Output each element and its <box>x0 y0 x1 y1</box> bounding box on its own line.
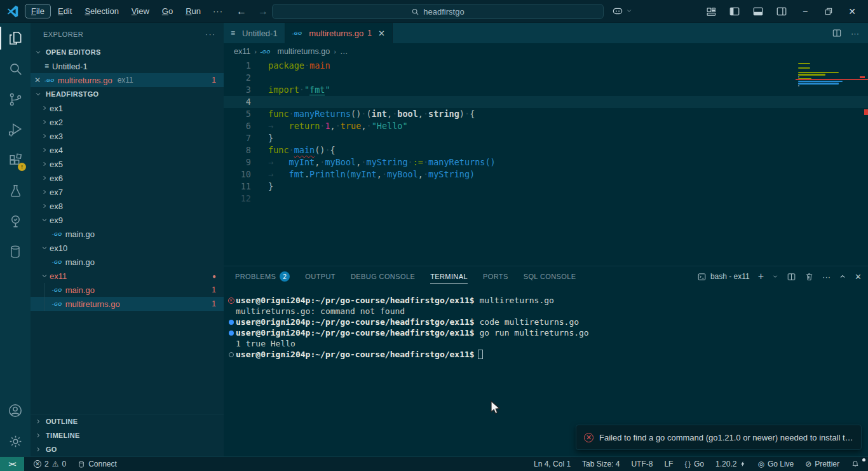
customize-layout-icon[interactable] <box>703 3 719 20</box>
error-icon: ✕ <box>34 460 41 468</box>
activity-extensions[interactable]: ! <box>0 145 31 175</box>
indentation-status[interactable]: Tab Size: 4 <box>578 460 624 468</box>
code-editor[interactable]: 1package·main23import·"fmt"45func·manyRe… <box>224 60 868 266</box>
accounts-button[interactable] <box>0 395 31 426</box>
open-editor-multireturns.go[interactable]: ✕-GOmultireturns.goex111 <box>31 73 224 87</box>
split-terminal-icon[interactable] <box>787 272 796 282</box>
tree-item-ex9[interactable]: ex9 <box>31 213 224 227</box>
folder-section-header[interactable]: HEADFIRSTGO <box>31 87 224 101</box>
tree-item-label: main.go <box>65 229 95 239</box>
panel-tab-problems[interactable]: PROBLEMS2 <box>235 266 290 287</box>
activity-tree-view[interactable] <box>0 206 31 236</box>
minimap[interactable] <box>798 63 859 90</box>
toggle-secondary-sidebar-icon[interactable] <box>773 3 790 20</box>
tab-close-icon[interactable]: ✕ <box>378 29 385 38</box>
tree-item-ex6[interactable]: ex6 <box>31 171 224 185</box>
tree-item-ex1[interactable]: ex1 <box>31 101 224 115</box>
nav-back-icon[interactable]: ← <box>236 6 247 17</box>
tree-item-ex3[interactable]: ex3 <box>31 129 224 143</box>
tree-item-ex7[interactable]: ex7 <box>31 185 224 199</box>
editor-more-actions[interactable]: ··· <box>851 29 859 38</box>
error-notification-toast[interactable]: ✕ Failed to find a go command (go1.21.0 … <box>576 425 862 450</box>
kill-terminal-icon[interactable] <box>804 272 814 282</box>
section-timeline[interactable]: TIMELINE <box>31 428 224 442</box>
code-text: import·"fmt" <box>268 84 868 96</box>
terminal-line-2: multireturns.go: command not found <box>226 306 868 317</box>
close-window-button[interactable]: ✕ <box>844 3 860 20</box>
cursor-position[interactable]: Ln 4, Col 1 <box>529 460 575 468</box>
menu-more[interactable]: ··· <box>208 4 228 18</box>
menu-selection[interactable]: Selection <box>79 4 124 18</box>
problems-status[interactable]: ✕ 2 ⚠ 0 <box>29 460 71 468</box>
tree-item-ex8[interactable]: ex8 <box>31 199 224 213</box>
copilot-menu[interactable] <box>611 4 632 17</box>
activity-run-debug[interactable] <box>0 114 31 145</box>
tree-item-main.go[interactable]: -GOmain.go <box>31 255 224 269</box>
menu-view[interactable]: View <box>126 4 155 18</box>
command-center-search[interactable]: headfirstgo <box>272 4 604 19</box>
restore-button[interactable] <box>820 3 837 20</box>
tree-item-ex4[interactable]: ex4 <box>31 143 224 157</box>
tree-item-ex2[interactable]: ex2 <box>31 115 224 129</box>
vscode-window: FileEditSelectionViewGoRun··· ← → headfi… <box>0 0 868 471</box>
command-pending-icon <box>229 352 234 357</box>
panel-more-actions[interactable]: ··· <box>822 272 831 282</box>
decoration-badge: 1 <box>212 299 216 308</box>
terminal-instance-label[interactable]: bash - ex11 <box>697 272 750 282</box>
code-line-8: 8func·main()·{ <box>224 144 868 156</box>
panel-tab-debug-console[interactable]: DEBUG CONSOLE <box>351 266 415 287</box>
panel-tab-output[interactable]: OUTPUT <box>305 266 336 287</box>
panel-tab-sql-console[interactable]: SQL CONSOLE <box>524 266 576 287</box>
activity-search[interactable] <box>0 53 31 84</box>
activity-source-control[interactable] <box>0 84 31 114</box>
explorer-more-actions[interactable]: ··· <box>205 31 216 38</box>
close-editor-icon[interactable]: ✕ <box>31 76 44 85</box>
panel-tab-ports[interactable]: PORTS <box>483 266 508 287</box>
new-terminal-button[interactable]: + <box>758 271 764 282</box>
panel-tab-terminal[interactable]: TERMINAL <box>430 266 468 287</box>
nav-forward-icon[interactable]: → <box>258 6 268 17</box>
remote-indicator[interactable]: >< <box>0 457 24 471</box>
tree-item-ex5[interactable]: ex5 <box>31 157 224 171</box>
eol-status[interactable]: LF <box>660 460 677 468</box>
activity-database[interactable] <box>0 236 31 267</box>
menu-edit[interactable]: Edit <box>52 4 78 18</box>
encoding-status[interactable]: UTF-8 <box>627 460 657 468</box>
chevron-right-icon <box>39 201 50 211</box>
chevron-down-icon[interactable] <box>772 273 778 280</box>
toggle-sidebar-icon[interactable] <box>726 3 743 20</box>
tree-item-main.go[interactable]: -GOmain.go <box>31 227 224 241</box>
tab-multireturns[interactable]: -GO multireturns.go 1 ✕ <box>285 23 393 43</box>
open-editor-untitled-1[interactable]: ≡Untitled-1 <box>31 59 224 73</box>
tab-untitled-1[interactable]: ≡ Untitled-1 <box>224 23 285 43</box>
activity-explorer[interactable] <box>0 23 31 53</box>
toggle-panel-icon[interactable] <box>750 3 766 20</box>
go-live-button[interactable]: ◎ Go Live <box>753 460 798 468</box>
code-line-9: 9→ myInt,·myBool,·myString·:=·manyReturn… <box>224 156 868 168</box>
activity-testing[interactable] <box>0 175 31 206</box>
section-go[interactable]: GO <box>31 442 224 456</box>
prettier-status[interactable]: ⊘ Prettier <box>801 460 844 468</box>
search-value: headfirstgo <box>423 7 464 17</box>
notifications-bell[interactable] <box>846 460 864 468</box>
menu-go[interactable]: Go <box>156 4 179 18</box>
split-editor-icon[interactable] <box>832 28 842 38</box>
tree-item-ex11[interactable]: ex11● <box>31 269 224 283</box>
tree-item-ex10[interactable]: ex10 <box>31 241 224 255</box>
section-outline[interactable]: OUTLINE <box>31 414 224 428</box>
menu-file[interactable]: File <box>25 4 51 18</box>
tree-item-multireturns.go[interactable]: -GOmultireturns.go1 <box>31 297 224 311</box>
open-editors-header[interactable]: OPEN EDITORS <box>31 45 224 59</box>
menu-run[interactable]: Run <box>180 4 207 18</box>
settings-button[interactable] <box>0 426 31 456</box>
close-panel-icon[interactable]: ✕ <box>855 272 862 282</box>
breadcrumb[interactable]: ex11 › -GO multireturns.go › … <box>224 43 868 60</box>
language-mode[interactable]: { } Go <box>680 460 709 468</box>
db-connect-button[interactable]: Connect <box>73 460 121 468</box>
go-version-status[interactable]: 1.20.2 <box>711 460 750 468</box>
line-number: 1 <box>224 60 268 72</box>
maximize-panel-icon[interactable] <box>839 273 846 280</box>
code-line-7: 7} <box>224 132 868 144</box>
tree-item-main.go[interactable]: -GOmain.go1 <box>31 283 224 297</box>
minimize-button[interactable]: − <box>797 3 813 20</box>
